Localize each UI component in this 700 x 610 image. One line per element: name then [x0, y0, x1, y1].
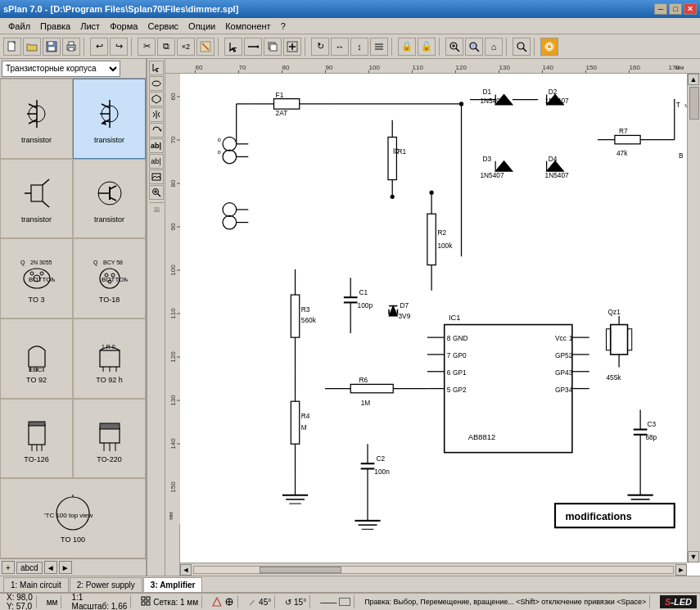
cut-button[interactable]: ✂ — [138, 38, 156, 56]
add-component-button[interactable]: + — [2, 561, 15, 574]
list-item[interactable]: TO-126 — [0, 399, 73, 479]
schematic-canvas[interactable]: F1 2AT D1 1N5407 D2 1N5407 D3 1N5 — [180, 74, 700, 576]
open-button[interactable] — [23, 38, 41, 56]
horizontal-scrollbar-track[interactable] — [193, 566, 674, 574]
wire-style-section: —— — [317, 595, 355, 608]
list-item[interactable]: Q BCY 58 BOTTOM VIEW TO-18 — [73, 238, 146, 319]
coordinates-section: X: 98,0 Y: 57,0 — [3, 595, 37, 608]
redo-button[interactable]: ↪ — [110, 38, 128, 56]
menu-form[interactable]: Форма — [105, 20, 142, 33]
svg-point-11 — [257, 45, 260, 47]
settings-button[interactable] — [540, 38, 558, 56]
vertical-scrollbar[interactable]: ▲ ▼ — [687, 74, 700, 563]
flip-button[interactable]: ↔ — [331, 38, 349, 56]
image-tool[interactable] — [149, 169, 164, 184]
align-button[interactable] — [370, 38, 388, 56]
menu-file[interactable]: Файл — [3, 20, 35, 33]
menu-service[interactable]: Сервис — [142, 20, 183, 33]
scroll-left-button[interactable]: ◄ — [44, 561, 57, 574]
scale-section: 1:1 Масштаб: 1,66 — [68, 595, 131, 608]
list-item[interactable]: 'TC 100 top view TO 100 — [0, 478, 146, 558]
copy-button[interactable]: ⧉ — [157, 38, 175, 56]
home-view[interactable]: ⌂ — [485, 38, 503, 56]
mirror-button[interactable]: ↕ — [350, 38, 368, 56]
list-item[interactable]: 1 R 0 TO 92 h — [73, 319, 146, 399]
to100-icon: 'TC 100 top view — [40, 493, 106, 534]
text-tool[interactable]: ab| — [149, 138, 164, 153]
svg-rect-7 — [69, 47, 74, 51]
horizontal-scrollbar-thumb[interactable] — [260, 567, 341, 573]
rotate-tool[interactable] — [149, 123, 164, 138]
menu-options[interactable]: Опции — [183, 20, 220, 33]
copy2-button[interactable] — [264, 38, 282, 56]
svg-text:GP0: GP0 — [453, 351, 467, 359]
svg-point-264 — [429, 191, 433, 195]
save-button[interactable] — [43, 38, 61, 56]
minimize-button[interactable]: ─ — [654, 3, 667, 15]
toolbar-sep-3 — [218, 38, 221, 56]
print-button[interactable] — [62, 38, 80, 56]
rotate-button[interactable]: ↻ — [311, 38, 329, 56]
svg-text:D2: D2 — [549, 88, 558, 96]
menu-help[interactable]: ? — [276, 20, 291, 33]
scroll-left-btn[interactable]: ◄ — [180, 564, 192, 576]
svg-text:2: 2 — [569, 351, 573, 359]
close-button[interactable]: ✕ — [684, 3, 697, 15]
list-item[interactable]: transistor — [73, 79, 146, 159]
list-item[interactable]: transistor — [73, 159, 146, 239]
select-tool[interactable] — [149, 61, 164, 75]
list-item[interactable]: TO-220 — [73, 399, 146, 479]
scrollbar-thumb[interactable] — [689, 87, 699, 120]
text-tool-2[interactable]: ab| — [149, 154, 164, 169]
component-panel: Транзисторные корпуса transistor — [0, 59, 147, 576]
zoom-in-button[interactable] — [445, 38, 463, 56]
list-item[interactable]: transistor — [0, 79, 73, 159]
component-search-field[interactable]: abcd — [16, 562, 43, 574]
component-add[interactable] — [283, 38, 301, 56]
tab-amplifier[interactable]: 3: Amplifier — [143, 577, 203, 592]
unlock-button[interactable]: 🔓 — [418, 38, 436, 56]
zoom-area[interactable] — [465, 38, 483, 56]
list-item[interactable]: EBC TO 92 — [0, 319, 73, 399]
lock-button[interactable]: 🔒 — [398, 38, 416, 56]
menu-component[interactable]: Компонент — [220, 20, 275, 33]
scroll-right-button[interactable]: ► — [59, 561, 72, 574]
to3-icon: Q 2N 3055 BOTTOM VIEW — [16, 253, 57, 294]
find-button[interactable] — [513, 38, 531, 56]
draw-ellipse-tool[interactable] — [149, 76, 164, 91]
component-label: TO-18 — [99, 296, 120, 304]
zoom-tool[interactable] — [149, 185, 164, 200]
svg-line-28 — [523, 48, 526, 52]
tab-power-supply[interactable]: 2: Power supply — [70, 577, 142, 592]
menu-edit[interactable]: Правка — [35, 20, 75, 33]
paste-button[interactable]: ×2 — [177, 38, 195, 56]
svg-rect-42 — [31, 185, 43, 201]
horizontal-scrollbar[interactable]: ◄ ► — [180, 563, 687, 576]
mirror-tool[interactable] — [149, 107, 164, 122]
new-button[interactable] — [3, 38, 21, 56]
svg-text:1N5407: 1N5407 — [480, 97, 504, 105]
list-item[interactable]: Q 2N 3055 BOTTOM VIEW TO 3 — [0, 238, 73, 319]
component-category-dropdown[interactable]: Транзисторные корпуса — [2, 61, 120, 77]
scroll-down-button[interactable]: ▼ — [688, 551, 699, 563]
wire-angle-icon: ⟋ — [248, 598, 256, 607]
scroll-right-btn[interactable]: ► — [675, 564, 687, 576]
draw-polygon-tool[interactable] — [149, 92, 164, 106]
maximize-button[interactable]: □ — [669, 3, 682, 15]
delete-button[interactable] — [196, 38, 215, 56]
list-item[interactable]: transistor — [0, 159, 73, 239]
draw-tools-panel: ab| ab| ||| — [147, 59, 165, 576]
window-controls: ─ □ ✕ — [654, 3, 697, 15]
transistor-icon-3 — [16, 173, 57, 214]
panel-resize-handle[interactable]: ||| — [151, 206, 160, 214]
svg-text:GP2: GP2 — [453, 386, 467, 394]
svg-text:T: T — [676, 101, 680, 109]
tab-main-circuit[interactable]: 1: Main circuit — [3, 577, 69, 592]
transistor-icon-4 — [89, 173, 130, 214]
undo-button[interactable]: ↩ — [90, 38, 108, 56]
menu-sheet[interactable]: Лист — [75, 20, 105, 33]
wire-button[interactable] — [244, 38, 262, 56]
scroll-up-button[interactable]: ▲ — [688, 74, 699, 85]
component-grid: transistor transistor — [0, 79, 146, 558]
select-button[interactable] — [224, 38, 242, 56]
